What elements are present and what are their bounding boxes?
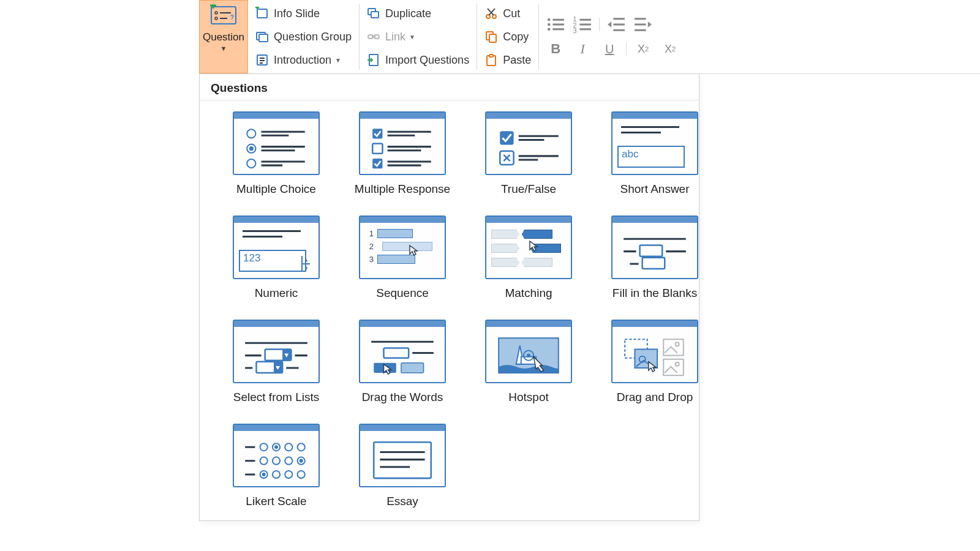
- svg-point-119: [262, 473, 266, 476]
- question-type-true-false[interactable]: True/False: [470, 111, 587, 196]
- italic-button[interactable]: I: [572, 41, 593, 57]
- question-button[interactable]: ? Question ▼: [199, 0, 248, 73]
- svg-point-102: [676, 342, 679, 346]
- svg-rect-12: [259, 34, 268, 42]
- card-label: Likert Scale: [246, 495, 306, 508]
- copy-button[interactable]: Copy: [483, 25, 532, 48]
- short-answer-icon: abc: [611, 111, 698, 175]
- drag-words-icon: [359, 320, 446, 383]
- hotspot-icon: [485, 320, 572, 383]
- underline-button[interactable]: U: [599, 42, 620, 56]
- question-type-multiple-response[interactable]: Multiple Response: [344, 111, 461, 196]
- true-false-icon: [485, 111, 572, 175]
- numeric-sample: 123: [239, 250, 306, 272]
- svg-point-33: [548, 28, 551, 31]
- import-questions-label: Import Questions: [385, 54, 469, 67]
- card-label: Drag and Drop: [617, 391, 693, 404]
- link-icon: [367, 30, 380, 43]
- svg-rect-18: [371, 12, 379, 18]
- svg-rect-76: [640, 245, 663, 256]
- essay-icon: [359, 424, 446, 487]
- panel-title: Questions: [200, 80, 699, 100]
- svg-point-104: [676, 362, 679, 366]
- paste-button[interactable]: Paste: [483, 48, 532, 72]
- multiple-choice-icon: [233, 111, 320, 175]
- info-slide-button[interactable]: Info Slide: [254, 2, 353, 25]
- question-type-sequence[interactable]: 1 2 3 Sequence: [344, 216, 461, 300]
- link-label: Link: [385, 31, 405, 43]
- svg-rect-61: [372, 159, 382, 168]
- scissors-icon: [484, 7, 498, 20]
- subscript-button[interactable]: X2: [633, 43, 654, 56]
- duplicate-button[interactable]: Duplicate: [366, 2, 470, 25]
- indent-icon[interactable]: [633, 14, 654, 35]
- bold-button[interactable]: B: [545, 41, 566, 57]
- select-lists-icon: [233, 320, 320, 383]
- svg-point-52: [247, 159, 255, 168]
- import-questions-button[interactable]: Import Questions: [366, 48, 470, 72]
- svg-rect-68: [500, 131, 513, 144]
- card-label: Fill in the Blanks: [612, 287, 697, 300]
- duplicate-icon: [367, 7, 380, 20]
- chevron-down-icon: ▼: [335, 57, 341, 64]
- svg-rect-103: [663, 359, 684, 375]
- introduction-label: Introduction: [274, 54, 331, 67]
- question-group-icon: [255, 30, 269, 43]
- svg-text:?: ?: [230, 14, 234, 21]
- svg-point-112: [260, 457, 268, 465]
- card-label: Matching: [505, 287, 552, 300]
- card-label: True/False: [501, 182, 556, 196]
- copy-label: Copy: [503, 31, 529, 43]
- duplicate-label: Duplicate: [385, 7, 431, 20]
- question-type-short-answer[interactable]: abc Short Answer: [597, 111, 713, 196]
- question-type-numeric[interactable]: 123 ▲ ▼ Numeric: [218, 216, 334, 300]
- introduction-button[interactable]: Introduction ▼: [254, 48, 353, 72]
- fill-blanks-icon: [611, 216, 698, 279]
- question-type-matching[interactable]: Matching: [470, 216, 587, 300]
- question-type-drag-drop[interactable]: Drag and Drop: [597, 320, 713, 404]
- import-icon: [367, 53, 380, 67]
- svg-point-116: [300, 459, 303, 463]
- outdent-icon[interactable]: [606, 14, 627, 35]
- svg-rect-8: [257, 9, 267, 18]
- cut-label: Cut: [503, 7, 520, 20]
- svg-point-51: [249, 146, 254, 151]
- question-type-fill-blanks[interactable]: Fill in the Blanks: [597, 216, 713, 300]
- svg-point-121: [285, 471, 292, 478]
- matching-icon: [485, 216, 572, 279]
- superscript-button[interactable]: X2: [660, 43, 680, 56]
- card-label: Essay: [386, 495, 418, 508]
- svg-rect-79: [643, 258, 665, 269]
- numbered-list-icon[interactable]: 123: [572, 14, 593, 35]
- svg-point-32: [548, 23, 551, 26]
- chevron-down-icon: ▼: [409, 34, 415, 40]
- question-type-essay[interactable]: Essay: [344, 424, 461, 508]
- card-label: Numeric: [255, 287, 298, 300]
- question-group-button[interactable]: Question Group: [254, 25, 353, 48]
- numeric-icon: 123 ▲ ▼: [233, 216, 320, 279]
- question-group-label: Question Group: [274, 31, 352, 43]
- svg-point-108: [274, 445, 278, 449]
- question-type-drag-words[interactable]: Drag the Words: [344, 320, 461, 404]
- info-slide-icon: [255, 7, 269, 20]
- svg-point-114: [285, 457, 292, 465]
- question-type-multiple-choice[interactable]: Multiple Choice: [218, 111, 334, 196]
- svg-rect-101: [663, 339, 684, 355]
- svg-point-4: [215, 17, 217, 20]
- info-slide-label: Info Slide: [274, 7, 320, 20]
- question-type-select-lists[interactable]: Select from Lists: [218, 320, 334, 404]
- cursor-icon: [527, 240, 540, 253]
- svg-point-106: [260, 443, 268, 451]
- svg-point-110: [298, 443, 305, 451]
- format-separator: [626, 42, 627, 56]
- question-type-likert[interactable]: Likert Scale: [218, 424, 334, 508]
- questions-dropdown-panel: Questions Multiple Choice: [199, 73, 699, 521]
- svg-point-122: [298, 471, 305, 478]
- bullet-list-icon[interactable]: [545, 14, 566, 35]
- multiple-response-icon: [359, 111, 446, 175]
- svg-point-31: [548, 18, 551, 21]
- question-type-hotspot[interactable]: Hotspot: [470, 320, 587, 404]
- ribbon-group-slides: Info Slide Question Group Introduction ▼: [248, 0, 359, 73]
- cut-button[interactable]: Cut: [483, 2, 532, 25]
- question-button-label: Question: [203, 31, 244, 43]
